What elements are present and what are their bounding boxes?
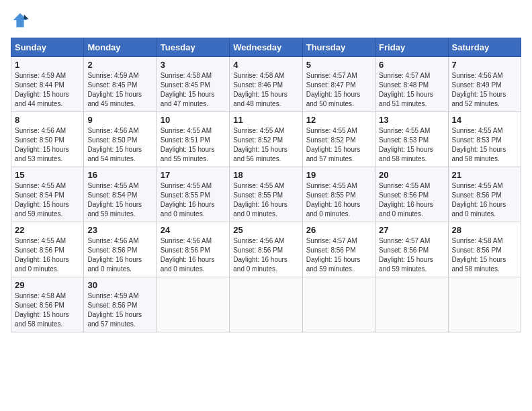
day-cell-18: 18 Sunrise: 4:55 AM Sunset: 8:55 PM Dayl…: [230, 167, 302, 222]
day-number: 27: [379, 225, 444, 235]
day-cell-15: 15 Sunrise: 4:55 AM Sunset: 8:54 PM Dayl…: [11, 167, 84, 222]
day-cell-25: 25 Sunrise: 4:56 AM Sunset: 8:56 PM Dayl…: [230, 222, 302, 277]
day-info: Sunrise: 4:56 AM Sunset: 8:56 PM Dayligh…: [233, 236, 298, 274]
day-info: Sunrise: 4:58 AM Sunset: 8:45 PM Dayligh…: [161, 71, 226, 109]
day-cell-28: 28 Sunrise: 4:58 AM Sunset: 8:56 PM Dayl…: [448, 222, 521, 277]
day-number: 28: [452, 225, 517, 235]
day-info: Sunrise: 4:55 AM Sunset: 8:54 PM Dayligh…: [87, 181, 152, 219]
empty-cell: [448, 277, 521, 332]
day-cell-20: 20 Sunrise: 4:55 AM Sunset: 8:56 PM Dayl…: [375, 167, 448, 222]
day-info: Sunrise: 4:55 AM Sunset: 8:55 PM Dayligh…: [306, 181, 371, 219]
day-cell-16: 16 Sunrise: 4:55 AM Sunset: 8:54 PM Dayl…: [84, 167, 157, 222]
day-cell-8: 8 Sunrise: 4:56 AM Sunset: 8:50 PM Dayli…: [11, 112, 84, 167]
day-cell-9: 9 Sunrise: 4:56 AM Sunset: 8:50 PM Dayli…: [84, 112, 157, 167]
day-cell-17: 17 Sunrise: 4:55 AM Sunset: 8:55 PM Dayl…: [157, 167, 229, 222]
day-cell-19: 19 Sunrise: 4:55 AM Sunset: 8:55 PM Dayl…: [302, 167, 375, 222]
day-info: Sunrise: 4:55 AM Sunset: 8:56 PM Dayligh…: [452, 181, 517, 219]
day-number: 4: [233, 60, 298, 70]
day-cell-23: 23 Sunrise: 4:56 AM Sunset: 8:56 PM Dayl…: [84, 222, 157, 277]
empty-cell: [375, 277, 448, 332]
day-cell-11: 11 Sunrise: 4:55 AM Sunset: 8:52 PM Dayl…: [230, 112, 302, 167]
day-number: 30: [87, 280, 152, 290]
day-info: Sunrise: 4:59 AM Sunset: 8:45 PM Dayligh…: [87, 71, 152, 109]
day-number: 13: [379, 115, 444, 125]
calendar-table: SundayMondayTuesdayWednesdayThursdayFrid…: [11, 38, 521, 332]
day-info: Sunrise: 4:56 AM Sunset: 8:56 PM Dayligh…: [87, 236, 152, 274]
day-cell-24: 24 Sunrise: 4:56 AM Sunset: 8:56 PM Dayl…: [157, 222, 229, 277]
day-info: Sunrise: 4:57 AM Sunset: 8:56 PM Dayligh…: [379, 236, 444, 274]
day-info: Sunrise: 4:55 AM Sunset: 8:51 PM Dayligh…: [161, 126, 226, 164]
day-number: 22: [15, 225, 80, 235]
day-info: Sunrise: 4:57 AM Sunset: 8:47 PM Dayligh…: [306, 71, 371, 109]
day-info: Sunrise: 4:59 AM Sunset: 8:44 PM Dayligh…: [15, 71, 80, 109]
calendar-week-3: 15 Sunrise: 4:55 AM Sunset: 8:54 PM Dayl…: [11, 167, 521, 222]
page-header: [11, 11, 521, 30]
day-cell-22: 22 Sunrise: 4:55 AM Sunset: 8:56 PM Dayl…: [11, 222, 84, 277]
day-info: Sunrise: 4:55 AM Sunset: 8:53 PM Dayligh…: [379, 126, 444, 164]
day-cell-21: 21 Sunrise: 4:55 AM Sunset: 8:56 PM Dayl…: [448, 167, 521, 222]
day-number: 6: [379, 60, 444, 70]
day-cell-13: 13 Sunrise: 4:55 AM Sunset: 8:53 PM Dayl…: [375, 112, 448, 167]
col-header-thursday: Thursday: [302, 38, 375, 57]
day-number: 8: [15, 115, 80, 125]
day-number: 17: [161, 170, 226, 180]
day-info: Sunrise: 4:57 AM Sunset: 8:48 PM Dayligh…: [379, 71, 444, 109]
day-number: 21: [452, 170, 517, 180]
day-number: 14: [452, 115, 517, 125]
day-number: 20: [379, 170, 444, 180]
day-number: 11: [233, 115, 298, 125]
day-info: Sunrise: 4:55 AM Sunset: 8:52 PM Dayligh…: [306, 126, 371, 164]
day-number: 7: [452, 60, 517, 70]
col-header-friday: Friday: [375, 38, 448, 57]
day-cell-27: 27 Sunrise: 4:57 AM Sunset: 8:56 PM Dayl…: [375, 222, 448, 277]
day-info: Sunrise: 4:55 AM Sunset: 8:56 PM Dayligh…: [379, 181, 444, 219]
day-cell-1: 1 Sunrise: 4:59 AM Sunset: 8:44 PM Dayli…: [11, 57, 84, 112]
day-number: 18: [233, 170, 298, 180]
day-number: 2: [87, 60, 152, 70]
day-cell-5: 5 Sunrise: 4:57 AM Sunset: 8:47 PM Dayli…: [302, 57, 375, 112]
empty-cell: [230, 277, 302, 332]
empty-cell: [157, 277, 229, 332]
day-number: 24: [161, 225, 226, 235]
day-info: Sunrise: 4:55 AM Sunset: 8:53 PM Dayligh…: [452, 126, 517, 164]
calendar-week-1: 1 Sunrise: 4:59 AM Sunset: 8:44 PM Dayli…: [11, 57, 521, 112]
day-info: Sunrise: 4:59 AM Sunset: 8:56 PM Dayligh…: [87, 291, 152, 329]
col-header-saturday: Saturday: [448, 38, 521, 57]
col-header-wednesday: Wednesday: [230, 38, 302, 57]
day-info: Sunrise: 4:58 AM Sunset: 8:56 PM Dayligh…: [15, 291, 80, 329]
day-number: 29: [15, 280, 80, 290]
col-header-tuesday: Tuesday: [157, 38, 229, 57]
day-number: 5: [306, 60, 371, 70]
day-info: Sunrise: 4:56 AM Sunset: 8:50 PM Dayligh…: [87, 126, 152, 164]
day-cell-30: 30 Sunrise: 4:59 AM Sunset: 8:56 PM Dayl…: [84, 277, 157, 332]
day-info: Sunrise: 4:55 AM Sunset: 8:55 PM Dayligh…: [233, 181, 298, 219]
day-info: Sunrise: 4:55 AM Sunset: 8:55 PM Dayligh…: [161, 181, 226, 219]
day-info: Sunrise: 4:55 AM Sunset: 8:52 PM Dayligh…: [233, 126, 298, 164]
day-cell-3: 3 Sunrise: 4:58 AM Sunset: 8:45 PM Dayli…: [157, 57, 229, 112]
day-cell-10: 10 Sunrise: 4:55 AM Sunset: 8:51 PM Dayl…: [157, 112, 229, 167]
day-number: 3: [161, 60, 226, 70]
calendar-week-5: 29 Sunrise: 4:58 AM Sunset: 8:56 PM Dayl…: [11, 277, 521, 332]
day-number: 26: [306, 225, 371, 235]
day-number: 10: [161, 115, 226, 125]
day-number: 1: [15, 60, 80, 70]
col-header-monday: Monday: [84, 38, 157, 57]
day-info: Sunrise: 4:58 AM Sunset: 8:46 PM Dayligh…: [233, 71, 298, 109]
day-cell-6: 6 Sunrise: 4:57 AM Sunset: 8:48 PM Dayli…: [375, 57, 448, 112]
day-info: Sunrise: 4:56 AM Sunset: 8:56 PM Dayligh…: [161, 236, 226, 274]
day-cell-2: 2 Sunrise: 4:59 AM Sunset: 8:45 PM Dayli…: [84, 57, 157, 112]
day-cell-14: 14 Sunrise: 4:55 AM Sunset: 8:53 PM Dayl…: [448, 112, 521, 167]
svg-marker-0: [13, 13, 28, 28]
logo: [11, 11, 32, 30]
day-number: 16: [87, 170, 152, 180]
day-number: 19: [306, 170, 371, 180]
day-info: Sunrise: 4:56 AM Sunset: 8:49 PM Dayligh…: [452, 71, 517, 109]
day-info: Sunrise: 4:58 AM Sunset: 8:56 PM Dayligh…: [452, 236, 517, 274]
logo-icon: [11, 11, 30, 30]
day-number: 15: [15, 170, 80, 180]
day-info: Sunrise: 4:57 AM Sunset: 8:56 PM Dayligh…: [306, 236, 371, 274]
col-header-sunday: Sunday: [11, 38, 84, 57]
day-cell-12: 12 Sunrise: 4:55 AM Sunset: 8:52 PM Dayl…: [302, 112, 375, 167]
day-cell-29: 29 Sunrise: 4:58 AM Sunset: 8:56 PM Dayl…: [11, 277, 84, 332]
day-cell-26: 26 Sunrise: 4:57 AM Sunset: 8:56 PM Dayl…: [302, 222, 375, 277]
